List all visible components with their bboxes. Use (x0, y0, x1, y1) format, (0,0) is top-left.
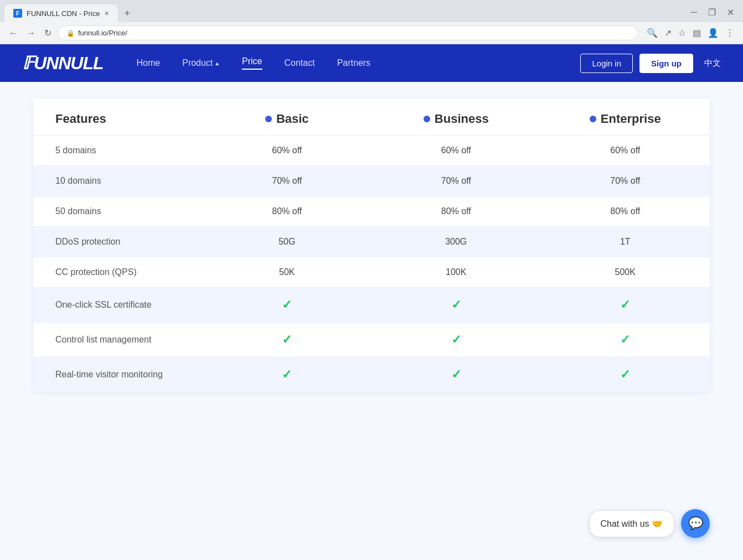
basic-cell: ✓ (203, 333, 372, 347)
table-row: DDoS protection50G300G1T (33, 227, 710, 257)
share-icon[interactable]: ↗ (662, 25, 674, 40)
chat-icon: 💬 (688, 516, 703, 531)
feature-cell: DDoS protection (33, 237, 203, 247)
signup-button[interactable]: Sign up (639, 54, 693, 73)
chat-button[interactable]: 💬 (681, 509, 710, 538)
basic-cell: 50G (203, 237, 372, 247)
toolbar-icons: 🔍 ↗ ☆ ▤ 👤 ⋮ (644, 25, 736, 40)
extensions-icon[interactable]: ▤ (690, 25, 703, 40)
check-icon: ✓ (620, 298, 630, 312)
basic-cell: 50K (203, 267, 372, 277)
col-features-header: Features (33, 112, 203, 126)
tab-bar: F FUNNULL CDN - Price × + ─ ❐ ✕ (0, 0, 743, 22)
table-header: Features Basic Business Enterprise (33, 98, 710, 136)
minimize-button[interactable]: ─ (687, 6, 701, 19)
table-row: Real-time visitor monitoring✓✓✓ (33, 357, 710, 392)
close-tab-button[interactable]: × (104, 9, 109, 18)
enterprise-cell: 70% off (541, 176, 710, 186)
feature-cell: One-click SSL certificate (33, 298, 203, 312)
feature-cell: 5 domains (33, 146, 203, 155)
bookmark-icon[interactable]: ☆ (676, 25, 688, 40)
menu-icon[interactable]: ⋮ (723, 25, 736, 40)
tab-favicon: F (13, 9, 22, 18)
browser-chrome: F FUNNULL CDN - Price × + ─ ❐ ✕ ← → ↻ 🔒 … (0, 0, 743, 44)
check-icon: ✓ (282, 367, 292, 382)
profile-icon[interactable]: 👤 (705, 25, 721, 40)
restore-button[interactable]: ❐ (704, 6, 720, 19)
col-enterprise-header: Enterprise (541, 112, 710, 126)
enterprise-cell: 1T (541, 237, 710, 247)
col-business-header: Business (372, 112, 541, 126)
enterprise-cell: 60% off (541, 146, 710, 155)
table-row: CC protection (QPS)50K100K500K (33, 257, 710, 288)
forward-button[interactable]: → (24, 26, 38, 40)
basic-cell: 70% off (203, 176, 372, 186)
business-cell: 60% off (372, 146, 541, 155)
business-dot (424, 116, 430, 122)
refresh-button[interactable]: ↻ (42, 25, 54, 40)
address-bar-row: ← → ↻ 🔒 funnull.io/Price/ 🔍 ↗ ☆ ▤ 👤 ⋮ (0, 22, 743, 44)
business-cell: 300G (372, 237, 541, 247)
chat-widget: Chat with us 🤝 💬 (589, 509, 710, 538)
feature-cell: Real-time visitor monitoring (33, 367, 203, 382)
nav-product[interactable]: Product (182, 58, 220, 68)
search-icon[interactable]: 🔍 (644, 25, 660, 40)
check-icon: ✓ (451, 367, 461, 382)
enterprise-cell: ✓ (541, 298, 710, 312)
basic-cell: 60% off (203, 146, 372, 155)
business-cell: 70% off (372, 176, 541, 186)
tab-title: FUNNULL CDN - Price (27, 9, 100, 18)
feature-cell: 10 domains (33, 176, 203, 186)
feature-cell: Control list management (33, 333, 203, 347)
window-controls: ─ ❐ ✕ (687, 6, 739, 21)
logo[interactable]: 𝔽UNNULL (22, 53, 104, 74)
site-header: 𝔽UNNULL Home Product Price Contact Partn… (0, 44, 743, 82)
language-button[interactable]: 中文 (704, 58, 721, 69)
basic-cell: ✓ (203, 298, 372, 312)
check-icon: ✓ (451, 298, 461, 312)
address-bar[interactable]: 🔒 funnull.io/Price/ (58, 25, 638, 40)
feature-cell: 50 domains (33, 206, 203, 216)
nav-partners[interactable]: Partners (337, 58, 370, 68)
business-cell: 80% off (372, 206, 541, 216)
enterprise-dot (590, 116, 596, 122)
col-basic-header: Basic (203, 112, 372, 126)
enterprise-cell: ✓ (541, 333, 710, 347)
basic-cell: 80% off (203, 206, 372, 216)
main-nav: Home Product Price Contact Partners (137, 56, 581, 70)
basic-cell: ✓ (203, 367, 372, 382)
business-cell: 100K (372, 267, 541, 277)
business-cell: ✓ (372, 298, 541, 312)
check-icon: ✓ (620, 367, 630, 382)
feature-cell: CC protection (QPS) (33, 267, 203, 277)
nav-home[interactable]: Home (137, 58, 161, 68)
url-text: funnull.io/Price/ (78, 29, 127, 37)
pricing-table: Features Basic Business Enterprise 5 dom… (33, 98, 710, 392)
basic-dot (265, 116, 272, 122)
table-row: One-click SSL certificate✓✓✓ (33, 288, 710, 323)
nav-contact[interactable]: Contact (285, 58, 315, 68)
business-cell: ✓ (372, 367, 541, 382)
check-icon: ✓ (451, 333, 461, 347)
table-row: 5 domains60% off60% off60% off (33, 136, 710, 166)
nav-auth: Login in Sign up 中文 (580, 54, 721, 73)
check-icon: ✓ (620, 333, 630, 347)
table-row: 10 domains70% off70% off70% off (33, 166, 710, 196)
login-button[interactable]: Login in (580, 54, 633, 73)
enterprise-cell: 500K (541, 267, 710, 277)
check-icon: ✓ (282, 333, 292, 347)
chat-bubble: Chat with us 🤝 (589, 510, 674, 537)
logo-text: 𝔽UNNULL (22, 53, 104, 73)
new-tab-button[interactable]: + (120, 6, 135, 22)
lock-icon: 🔒 (66, 29, 75, 37)
enterprise-cell: ✓ (541, 367, 710, 382)
window-close-button[interactable]: ✕ (723, 6, 739, 19)
enterprise-cell: 80% off (541, 206, 710, 216)
nav-price[interactable]: Price (242, 56, 262, 70)
active-tab[interactable]: F FUNNULL CDN - Price × (4, 4, 118, 22)
business-cell: ✓ (372, 333, 541, 347)
back-button[interactable]: ← (7, 26, 20, 40)
check-icon: ✓ (282, 298, 292, 312)
table-body: 5 domains60% off60% off60% off10 domains… (33, 136, 710, 392)
table-row: Control list management✓✓✓ (33, 323, 710, 357)
